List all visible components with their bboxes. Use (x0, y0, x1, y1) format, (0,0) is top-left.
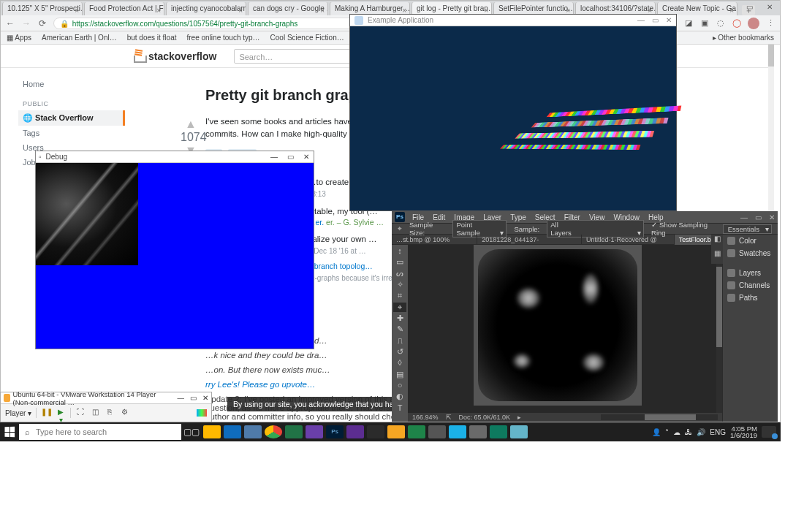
panel-swatches[interactable]: Swatches (723, 247, 778, 259)
apps-button[interactable]: ▦ Apps (7, 34, 31, 42)
menu-type[interactable]: Type (510, 213, 526, 221)
tray-volume-icon[interactable]: 🔊 (697, 428, 705, 436)
maximize-button[interactable]: ▭ (739, 1, 759, 14)
nav-stackoverflow[interactable]: 🌐 Stack Overflow (18, 110, 125, 126)
maximize-button[interactable]: ▭ (286, 153, 295, 161)
player-menu[interactable]: Player ▾ (5, 409, 31, 417)
panel-channels[interactable]: Channels (723, 279, 778, 292)
panel-strip-icon[interactable]: ▦ (711, 249, 723, 264)
close-button[interactable]: ✕ (666, 16, 672, 24)
vmware-titlebar[interactable]: Ubuntu 64-bit - VMware Workstation 14 Pl… (1, 392, 211, 404)
gradient-tool-icon[interactable]: ▤ (393, 370, 406, 379)
close-button[interactable]: ✕ (302, 153, 311, 161)
profile-avatar[interactable] (748, 18, 759, 29)
taskbar-app[interactable] (468, 422, 488, 441)
taskbar-app[interactable] (509, 422, 529, 441)
stamp-tool-icon[interactable]: ⎍ (393, 336, 406, 346)
panel-color[interactable]: Color (723, 235, 778, 247)
bookmark-item[interactable]: but does it float (127, 34, 177, 42)
taskbar-vs[interactable] (345, 422, 365, 441)
doc-tab-0[interactable]: …st.bmp @ 100% (RGB…× (392, 235, 477, 245)
move-tool-icon[interactable]: ↕ (393, 246, 406, 256)
vmware-window[interactable]: Ubuntu 64-bit - VMware Workstation 14 Pl… (0, 392, 212, 422)
ps-zoom-level[interactable]: 166.94% (412, 414, 439, 421)
taskbar-app[interactable] (284, 422, 304, 441)
photoshop-window[interactable]: Ps File Edit Image Layer Type Select Fil… (392, 211, 778, 422)
minimize-button[interactable]: — (270, 153, 278, 161)
play-button[interactable]: ▶ ▾ (56, 408, 66, 418)
debug-window[interactable]: ▫ Debug — ▭ ✕ (35, 151, 314, 349)
other-bookmarks[interactable]: ▸ Other bookmarks (713, 34, 774, 42)
answer-link[interactable]: rry Lee's! Please go upvote… (205, 380, 316, 389)
browser-tab-0[interactable]: 10.125" X 5" Prospecti…× (2, 2, 83, 15)
bookmark-item[interactable]: free online touch typ… (187, 34, 260, 42)
marquee-tool-icon[interactable]: ▭ (393, 257, 406, 267)
upvote-button[interactable]: ▲ (181, 118, 201, 131)
workspace-select[interactable]: Essentials (723, 224, 772, 234)
menu-help[interactable]: Help (648, 213, 664, 221)
taskbar-app[interactable] (365, 422, 386, 441)
close-button[interactable]: ✕ (759, 1, 780, 14)
devices-button[interactable]: ⚙ (119, 408, 129, 418)
fullscreen-button[interactable]: ⛶ (75, 408, 86, 418)
menu-edit[interactable]: Edit (433, 213, 445, 221)
blur-tool-icon[interactable]: ○ (393, 381, 406, 390)
taskbar-app[interactable] (447, 422, 468, 441)
tab-close-icon[interactable]: × (75, 4, 79, 15)
tray-chevron-up-icon[interactable]: ˄ (665, 428, 669, 436)
tab-close-icon[interactable]: × (729, 4, 734, 15)
nav-back-button[interactable]: ← (5, 18, 15, 28)
example-titlebar[interactable]: Example Application — ▭ ✕ (350, 15, 676, 26)
taskbar-app[interactable] (202, 422, 222, 441)
close-button[interactable]: ✕ (769, 213, 775, 221)
doc-tab-2[interactable]: Untitled-1-Recovered @ 16…× (582, 235, 675, 245)
browser-tab-2[interactable]: injecting cyanocobalam…× (166, 2, 246, 15)
ps-canvas-area[interactable] (408, 245, 722, 413)
close-button[interactable]: ✕ (202, 394, 208, 402)
lasso-tool-icon[interactable]: ᔕ (393, 269, 406, 278)
maximize-button[interactable]: ▭ (652, 16, 659, 24)
snapshot-button[interactable]: ⎘ (105, 408, 115, 418)
dodge-tool-icon[interactable]: ◐ (393, 392, 406, 401)
tray-network-icon[interactable]: 🖧 (685, 428, 692, 436)
minimize-button[interactable]: — (740, 213, 748, 221)
menu-file[interactable]: File (412, 213, 424, 221)
healing-tool-icon[interactable]: ✚ (393, 314, 406, 323)
wand-tool-icon[interactable]: ✧ (393, 280, 406, 289)
eyedropper-tool-icon[interactable]: ⌖ (393, 303, 406, 312)
chrome-menu-icon[interactable]: ⋮ (765, 18, 775, 28)
history-brush-icon[interactable]: ↺ (393, 347, 406, 357)
maximize-button[interactable]: ▭ (755, 213, 762, 221)
eyedropper-icon[interactable]: ⌖ (398, 224, 402, 233)
brush-tool-icon[interactable]: ✎ (393, 324, 406, 334)
taskbar-photoshop[interactable]: Ps (325, 422, 345, 441)
example-application-window[interactable]: Example Application — ▭ ✕ (349, 14, 677, 211)
taskbar-search[interactable]: ⌕ Type here to search (19, 424, 181, 440)
pause-button[interactable]: ❚❚ (41, 408, 51, 418)
taskbar-app[interactable] (222, 422, 243, 441)
taskbar-app[interactable] (304, 422, 325, 441)
ext-icon-2[interactable]: ▣ (699, 18, 710, 28)
tray-clock[interactable]: 4:05 PM 1/6/2019 (730, 425, 757, 439)
ext-icon-4[interactable]: ◯ (732, 18, 742, 28)
panel-strip-icon[interactable]: ◧ (711, 235, 723, 249)
browser-tab-3[interactable]: can dogs cry - Google …× (248, 2, 328, 15)
nav-tags[interactable]: Tags (23, 126, 125, 140)
tab-close-icon[interactable]: × (320, 4, 325, 15)
ext-icon-3[interactable]: ◌ (716, 18, 726, 28)
browser-tab-1[interactable]: Food Protection Act | F…× (84, 2, 164, 15)
taskbar-chrome[interactable] (263, 422, 284, 441)
debug-titlebar[interactable]: ▫ Debug — ▭ ✕ (36, 151, 314, 163)
comment-link[interactable]: g branch topolog… (308, 262, 373, 270)
bookmark-item[interactable]: Cool Science Fiction… (270, 34, 344, 42)
tray-cloud-icon[interactable]: ☁ (673, 428, 680, 436)
ps-canvas[interactable] (474, 245, 642, 406)
tab-close-icon[interactable]: × (238, 4, 243, 15)
so-logo[interactable]: stackoverflow (132, 50, 216, 63)
ps-horizontal-scrollbar[interactable] (601, 414, 718, 420)
taskbar-app[interactable] (243, 422, 263, 441)
doc-tab-1[interactable]: 20181228_044137-Recovered.jpg× (477, 235, 582, 245)
taskbar-app[interactable] (427, 422, 447, 441)
taskbar-maps[interactable] (488, 422, 509, 441)
taskbar-app[interactable] (406, 422, 427, 441)
